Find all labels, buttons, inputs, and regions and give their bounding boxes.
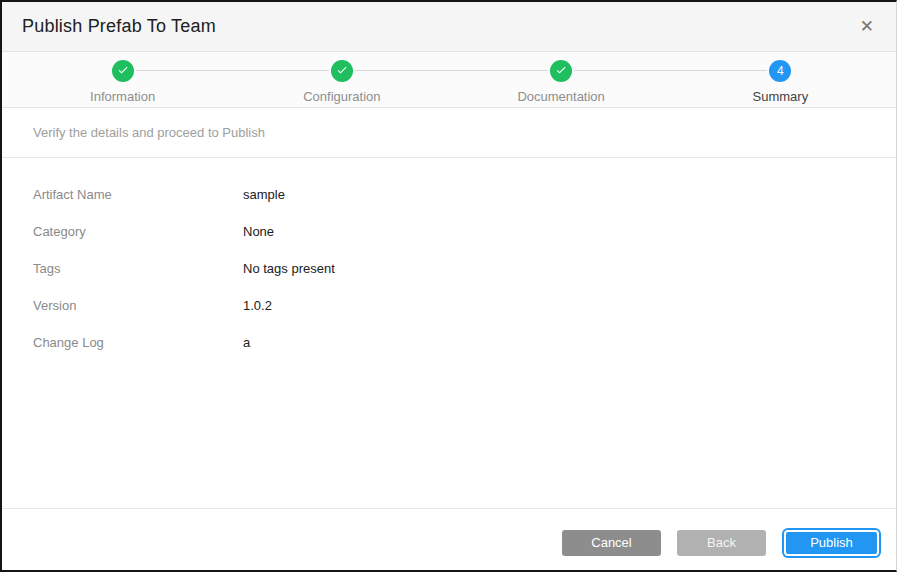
field-value: 1.0.2 [243,295,272,317]
dialog-title: Publish Prefab To Team [22,16,216,37]
check-icon [117,62,129,80]
field-row-change-log: Change Log a [33,332,896,354]
summary-fields: Artifact Name sample Category None Tags … [2,158,896,508]
back-button[interactable]: Back [677,530,766,556]
field-value: No tags present [243,258,335,280]
check-icon [336,62,348,80]
step-number-circle: 4 [769,60,791,82]
wizard-stepper: Information Configuration Documentation … [2,52,896,108]
stepper-step-documentation[interactable]: Documentation [452,52,671,107]
cancel-button[interactable]: Cancel [562,530,661,556]
field-row-category: Category None [33,221,896,243]
publish-button[interactable]: Publish [784,530,879,556]
stepper-step-summary[interactable]: 4 Summary [671,52,890,107]
subtitle-bar: Verify the details and proceed to Publis… [2,108,896,158]
field-row-version: Version 1.0.2 [33,295,896,317]
step-done-circle [550,60,572,82]
field-label: Artifact Name [33,184,243,206]
step-label: Configuration [303,89,380,104]
check-icon [555,62,567,80]
close-icon[interactable]: ✕ [858,14,876,39]
step-label: Information [90,89,155,104]
field-value: a [243,332,250,354]
field-value: None [243,221,274,243]
publish-prefab-dialog: Publish Prefab To Team ✕ Information Con… [0,0,897,572]
stepper-step-information[interactable]: Information [13,52,232,107]
step-label: Documentation [517,89,604,104]
field-value: sample [243,184,285,206]
stepper-step-configuration[interactable]: Configuration [232,52,451,107]
field-label: Version [33,295,243,317]
field-row-artifact-name: Artifact Name sample [33,184,896,206]
field-row-tags: Tags No tags present [33,258,896,280]
step-done-circle [331,60,353,82]
dialog-footer: Cancel Back Publish [2,508,896,570]
subtitle-text: Verify the details and proceed to Publis… [33,125,265,140]
field-label: Change Log [33,332,243,354]
field-label: Category [33,221,243,243]
step-label: Summary [753,89,809,104]
dialog-header: Publish Prefab To Team ✕ [2,2,896,52]
step-done-circle [112,60,134,82]
field-label: Tags [33,258,243,280]
